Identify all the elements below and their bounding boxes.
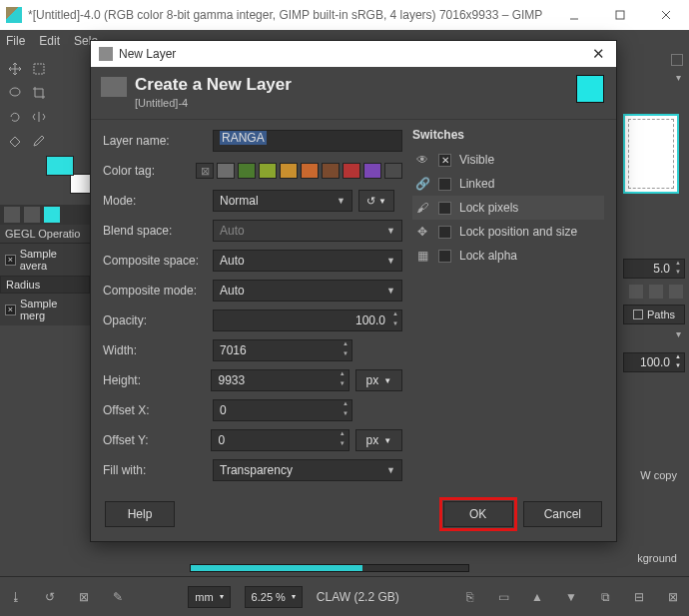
- rotate-tool-icon[interactable]: [4, 106, 26, 128]
- opacity-slider[interactable]: 100.0▲▼: [213, 309, 402, 331]
- composite-space-combo[interactable]: Auto▼: [213, 250, 402, 272]
- switch-row: ✥Lock position and size: [412, 220, 604, 244]
- unit-select[interactable]: mm▾: [188, 586, 230, 608]
- composite-mode-combo[interactable]: Auto▼: [213, 280, 402, 302]
- switch-label: Lock position and size: [459, 225, 577, 239]
- dialog-close-button[interactable]: ✕: [584, 45, 612, 63]
- color-tag-swatch[interactable]: [322, 163, 340, 179]
- maximize-button[interactable]: [597, 0, 643, 30]
- paths-tab[interactable]: Paths: [623, 305, 685, 324]
- dialog-footer: Help OK Cancel: [91, 491, 616, 541]
- lower-icon[interactable]: ▼: [563, 589, 579, 605]
- radius-field[interactable]: Radius: [0, 276, 90, 294]
- sample-merged-checkbox[interactable]: ×: [5, 305, 16, 315]
- dock-expand-icon[interactable]: [671, 54, 683, 66]
- dialog-titlebar: New Layer ✕: [91, 41, 616, 67]
- switch-row: 👁✕Visible: [412, 148, 604, 172]
- help-button[interactable]: Help: [105, 501, 175, 527]
- merge-icon[interactable]: ⊟: [631, 589, 647, 605]
- zoom-select[interactable]: 6.25 %▾: [245, 586, 303, 608]
- raise-icon[interactable]: ▲: [529, 589, 545, 605]
- zoom-spinbox[interactable]: 5.0 ▲▼: [623, 259, 685, 279]
- color-tag-swatch[interactable]: [259, 163, 277, 179]
- dock-icon[interactable]: [629, 285, 643, 299]
- color-tag-swatch[interactable]: ⊠: [196, 163, 214, 179]
- flip-tool-icon[interactable]: [28, 106, 50, 128]
- switch-checkbox[interactable]: [438, 202, 451, 215]
- size-unit-label: px: [366, 373, 379, 387]
- switch-label: Lock alpha: [459, 249, 517, 263]
- delete-icon[interactable]: ⊠: [76, 589, 92, 605]
- new-layer-icon[interactable]: ▭: [495, 589, 511, 605]
- color-tag-swatch[interactable]: [238, 163, 256, 179]
- dock-icon[interactable]: [649, 285, 663, 299]
- layer-icon: [101, 77, 127, 97]
- switch-checkbox[interactable]: [438, 178, 451, 191]
- offset-x-label: Offset X:: [103, 403, 207, 417]
- revert-icon[interactable]: ↺: [42, 589, 58, 605]
- switch-checkbox[interactable]: [438, 226, 451, 239]
- switch-checkbox[interactable]: ✕: [438, 154, 451, 167]
- rect-select-icon[interactable]: [28, 58, 50, 80]
- chevron-down-icon[interactable]: ▾: [676, 328, 681, 340]
- eyedropper-icon[interactable]: [28, 130, 50, 152]
- layer-name-input[interactable]: RANGA: [213, 130, 402, 152]
- svg-point-5: [10, 88, 20, 96]
- tool-icon[interactable]: ✎: [110, 589, 126, 605]
- sample-averaged-checkbox[interactable]: ×: [5, 255, 16, 266]
- color-tag-swatch[interactable]: [363, 163, 381, 179]
- navigation-thumbnail[interactable]: [623, 114, 679, 194]
- fill-combo[interactable]: Transparency▼: [213, 459, 402, 481]
- size-unit-select[interactable]: px▼: [355, 369, 402, 391]
- dock-tab-icon[interactable]: [4, 207, 20, 223]
- anchor-icon[interactable]: ⎘: [461, 589, 477, 605]
- move-tool-icon[interactable]: [4, 58, 26, 80]
- height-spinbox[interactable]: 9933▲▼: [211, 369, 348, 391]
- mode-label: Mode:: [103, 194, 207, 208]
- minimize-button[interactable]: [551, 0, 597, 30]
- alpha-icon: ▦: [414, 248, 430, 264]
- dock-icon[interactable]: [669, 285, 683, 299]
- width-label: Width:: [103, 343, 207, 357]
- color-swatches[interactable]: [50, 160, 94, 190]
- duplicate-icon[interactable]: ⧉: [597, 589, 613, 605]
- horizontal-scrollbar[interactable]: [190, 564, 469, 572]
- color-tag-swatch[interactable]: [384, 163, 402, 179]
- blend-space-combo[interactable]: Auto▼: [213, 220, 402, 242]
- form-column: Layer name: RANGA Color tag: ⊠ Mode: Nor…: [103, 126, 402, 485]
- composite-space-label: Composite space:: [103, 254, 207, 268]
- menu-file[interactable]: File: [6, 34, 25, 48]
- color-tag-swatch[interactable]: [343, 163, 360, 179]
- composite-mode-label: Composite mode:: [103, 284, 207, 298]
- height-value: 9933: [218, 373, 245, 387]
- close-button[interactable]: [643, 0, 689, 30]
- ok-button[interactable]: OK: [443, 501, 513, 527]
- color-tag-swatch[interactable]: [301, 163, 319, 179]
- dock-tab-icon[interactable]: [24, 207, 40, 223]
- offset-y-spinbox[interactable]: 0▲▼: [211, 429, 348, 451]
- color-tag-swatch[interactable]: [280, 163, 298, 179]
- mode-reset-button[interactable]: ↺▼: [358, 190, 394, 212]
- opacity-value: 100.0: [355, 313, 385, 327]
- delete-layer-icon[interactable]: ⊠: [665, 589, 681, 605]
- bucket-fill-icon[interactable]: [4, 130, 26, 152]
- switch-checkbox[interactable]: [438, 250, 451, 263]
- color-tag-swatch[interactable]: [217, 163, 235, 179]
- memory-status: CLAW (2.2 GB): [317, 590, 399, 604]
- cancel-button[interactable]: Cancel: [523, 501, 602, 527]
- menu-edit[interactable]: Edit: [39, 34, 60, 48]
- save-icon[interactable]: ⭳: [8, 589, 24, 605]
- crop-tool-icon[interactable]: [28, 82, 50, 104]
- fg-color-swatch[interactable]: [46, 156, 74, 176]
- layer-opacity-spinbox[interactable]: 100.0 ▲▼: [623, 352, 685, 372]
- chevron-down-icon[interactable]: ▾: [676, 72, 681, 84]
- mode-value: Normal: [220, 194, 259, 208]
- lasso-tool-icon[interactable]: [4, 82, 26, 104]
- mode-combo[interactable]: Normal▼: [213, 190, 352, 212]
- dock-tab-icon[interactable]: [44, 207, 60, 223]
- sample-merged-label: Sample merg: [20, 298, 85, 321]
- offset-x-spinbox[interactable]: 0▲▼: [213, 399, 352, 421]
- offset-unit-select[interactable]: px▼: [355, 429, 402, 451]
- width-spinbox[interactable]: 7016▲▼: [213, 339, 352, 361]
- switch-label: Linked: [459, 177, 494, 191]
